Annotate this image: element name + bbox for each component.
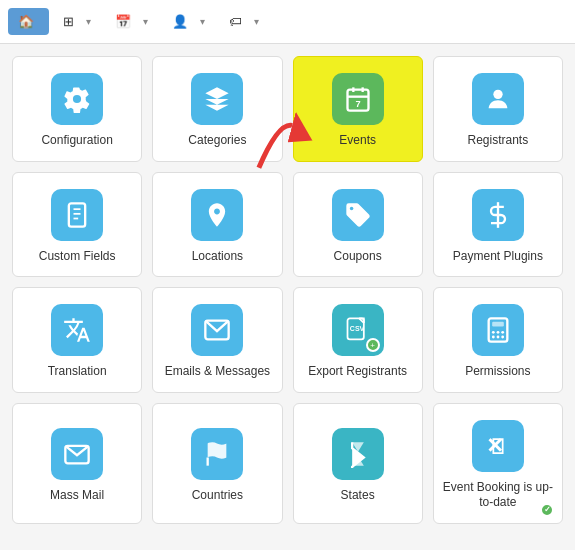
main-content: ConfigurationCategories7Events Registran… xyxy=(0,44,575,536)
dollar-icon xyxy=(472,189,524,241)
svg-point-6 xyxy=(493,90,502,99)
up-to-date-badge: ✓ xyxy=(540,503,554,517)
card-mass-mail[interactable]: Mass Mail xyxy=(12,403,142,524)
svg-point-20 xyxy=(496,331,499,334)
svg-point-24 xyxy=(501,336,504,339)
svg-point-23 xyxy=(496,336,499,339)
card-label-emails-messages: Emails & Messages xyxy=(165,364,270,380)
card-registrants[interactable]: Registrants xyxy=(433,56,563,162)
card-label-event-booking: Event Booking is up-to-date xyxy=(442,480,554,511)
card-label-permissions: Permissions xyxy=(465,364,530,380)
card-label-configuration: Configuration xyxy=(41,133,112,149)
layers-icon xyxy=(191,73,243,125)
card-label-registrants: Registrants xyxy=(468,133,529,149)
nav-dashboard[interactable]: 🏠 xyxy=(8,8,49,35)
card-configuration[interactable]: Configuration xyxy=(12,56,142,162)
card-label-categories: Categories xyxy=(188,133,246,149)
massmail-icon xyxy=(51,428,103,480)
location-icon xyxy=(191,189,243,241)
registrants-nav-icon: 👤 xyxy=(172,14,188,29)
svg-rect-18 xyxy=(492,322,504,327)
card-permissions[interactable]: Permissions xyxy=(433,287,563,393)
card-export-registrants[interactable]: CSV+Export Registrants xyxy=(293,287,423,393)
nav-coupons[interactable]: 🏷 ▾ xyxy=(219,8,269,35)
nav-setup[interactable]: ⊞ ▾ xyxy=(53,8,101,35)
svg-rect-7 xyxy=(69,203,85,226)
card-payment-plugins[interactable]: Payment Plugins xyxy=(433,172,563,278)
nav-events[interactable]: 📅 ▾ xyxy=(105,8,158,35)
card-custom-fields[interactable]: Custom Fields xyxy=(12,172,142,278)
card-translation[interactable]: Translation xyxy=(12,287,142,393)
card-categories[interactable]: Categories xyxy=(152,56,282,162)
card-event-booking[interactable]: ✕Event Booking is up-to-date✓ xyxy=(433,403,563,524)
card-label-translation: Translation xyxy=(48,364,107,380)
flag-icon xyxy=(191,428,243,480)
card-label-countries: Countries xyxy=(192,488,243,504)
tag-icon xyxy=(332,189,384,241)
svg-point-21 xyxy=(501,331,504,334)
coupons-chevron: ▾ xyxy=(254,16,259,27)
doc-icon xyxy=(51,189,103,241)
events-chevron: ▾ xyxy=(143,16,148,27)
card-countries[interactable]: Countries xyxy=(152,403,282,524)
card-label-locations: Locations xyxy=(192,249,243,265)
card-label-export-registrants: Export Registrants xyxy=(308,364,407,380)
csv-plus-badge: + xyxy=(366,338,380,352)
card-grid: ConfigurationCategories7Events Registran… xyxy=(12,56,563,524)
card-label-mass-mail: Mass Mail xyxy=(50,488,104,504)
joomla-icon: ✕ xyxy=(472,420,524,472)
navbar: 🏠 ⊞ ▾ 📅 ▾ 👤 ▾ 🏷 ▾ xyxy=(0,0,575,44)
card-label-events: Events xyxy=(339,133,376,149)
calculator-icon xyxy=(472,304,524,356)
card-coupons[interactable]: Coupons xyxy=(293,172,423,278)
card-label-states: States xyxy=(341,488,375,504)
card-label-coupons: Coupons xyxy=(334,249,382,265)
setup-chevron: ▾ xyxy=(86,16,91,27)
csv-icon: CSV+ xyxy=(332,304,384,356)
svg-text:CSV: CSV xyxy=(349,325,364,332)
registrants-chevron: ▾ xyxy=(200,16,205,27)
coupons-nav-icon: 🏷 xyxy=(229,14,242,29)
card-label-custom-fields: Custom Fields xyxy=(39,249,116,265)
card-events[interactable]: 7Events xyxy=(293,56,423,162)
translate-icon xyxy=(51,304,103,356)
svg-point-11 xyxy=(349,206,353,210)
card-states[interactable]: States xyxy=(293,403,423,524)
card-label-payment-plugins: Payment Plugins xyxy=(453,249,543,265)
email-icon xyxy=(191,304,243,356)
home-icon: 🏠 xyxy=(18,14,34,29)
events-nav-icon: 📅 xyxy=(115,14,131,29)
calendar-icon: 7 xyxy=(332,73,384,125)
card-emails-messages[interactable]: Emails & Messages xyxy=(152,287,282,393)
svg-point-22 xyxy=(492,336,495,339)
card-locations[interactable]: Locations xyxy=(152,172,282,278)
setup-icon: ⊞ xyxy=(63,14,74,29)
person-icon xyxy=(472,73,524,125)
svg-text:7: 7 xyxy=(355,99,360,109)
gear-icon xyxy=(51,73,103,125)
hourglass-icon xyxy=(332,428,384,480)
svg-point-19 xyxy=(492,331,495,334)
nav-registrants[interactable]: 👤 ▾ xyxy=(162,8,215,35)
